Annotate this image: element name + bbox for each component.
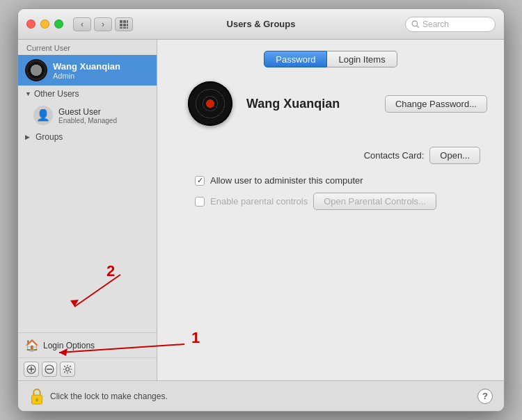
parental-checkbox[interactable]: [195, 197, 205, 207]
groups-triangle-icon: ▶: [25, 134, 30, 140]
triangle-icon: ▼: [25, 90, 31, 97]
checkmark-icon: ✓: [197, 176, 203, 185]
login-options-item[interactable]: 🏠 Login Options: [18, 332, 157, 357]
svg-rect-4: [123, 24, 126, 26]
svg-rect-0: [120, 20, 122, 23]
svg-rect-5: [127, 24, 128, 26]
contacts-card-label: Contacts Card:: [364, 150, 425, 161]
user-header: Wang Xuanqian Change Password...: [174, 81, 487, 126]
admin-checkbox-label: Allow user to administer this computer: [210, 175, 363, 186]
guest-user-avatar: 👤: [33, 106, 53, 125]
groups-label: Groups: [35, 132, 63, 142]
guest-user-name: Guest User: [58, 107, 117, 117]
tab-bar: Password Login Items: [174, 51, 487, 67]
lock-text: Click the lock to make changes.: [50, 391, 168, 401]
forward-button[interactable]: ›: [94, 17, 112, 31]
current-user-avatar: [25, 59, 47, 81]
parental-checkbox-row: Enable parental controls Open Parental C…: [174, 193, 487, 210]
current-user-label: Current User: [18, 40, 157, 55]
grid-button[interactable]: [115, 17, 133, 31]
contacts-row: Contacts Card: Open...: [174, 147, 487, 164]
tab-password[interactable]: Password: [264, 51, 327, 67]
parental-checkbox-label: Enable parental controls: [210, 196, 308, 207]
admin-checkbox-row: ✓ Allow user to administer this computer: [174, 175, 487, 186]
person-icon: 👤: [36, 110, 50, 121]
svg-point-16: [66, 368, 70, 371]
search-box[interactable]: Search: [405, 17, 496, 32]
lock-area[interactable]: Click the lock to make changes.: [29, 387, 168, 405]
house-icon: 🏠: [25, 339, 39, 352]
tab-login-items[interactable]: Login Items: [327, 51, 397, 67]
svg-rect-1: [123, 20, 126, 23]
minimize-button[interactable]: [40, 19, 49, 29]
guest-user-item[interactable]: 👤 Guest User Enabled, Managed: [18, 102, 157, 129]
other-users-label: Other Users: [34, 89, 79, 99]
svg-line-10: [417, 25, 419, 27]
admin-checkbox[interactable]: ✓: [195, 176, 205, 186]
maximize-button[interactable]: [54, 19, 63, 29]
open-parental-controls-button[interactable]: Open Parental Controls...: [313, 193, 436, 210]
user-display-name: Wang Xuanqian: [246, 97, 385, 111]
user-avatar-large: [188, 81, 232, 126]
other-users-header[interactable]: ▼ Other Users: [18, 86, 157, 102]
search-icon: [411, 20, 420, 29]
close-button[interactable]: [26, 19, 35, 29]
svg-rect-3: [120, 24, 122, 26]
search-placeholder: Search: [422, 19, 449, 29]
svg-rect-2: [127, 20, 128, 23]
svg-rect-7: [123, 27, 126, 29]
change-password-button[interactable]: Change Password...: [385, 95, 487, 113]
groups-item[interactable]: ▶ Groups: [18, 129, 157, 145]
settings-button[interactable]: [60, 362, 75, 377]
login-options-label: Login Options: [43, 341, 95, 350]
lock-icon: [29, 387, 45, 405]
window-title: Users & Groups: [227, 19, 296, 29]
svg-rect-8: [127, 27, 128, 29]
back-button[interactable]: ‹: [73, 17, 91, 31]
open-contacts-button[interactable]: Open...: [429, 147, 480, 164]
svg-rect-18: [35, 398, 38, 401]
svg-rect-6: [120, 27, 122, 29]
add-user-button[interactable]: [24, 362, 39, 377]
help-button[interactable]: ?: [477, 389, 493, 404]
remove-user-button[interactable]: [42, 362, 57, 377]
current-user-name: Wang Xuanqian: [53, 61, 120, 72]
current-user-item[interactable]: Wang Xuanqian Admin: [18, 55, 157, 86]
current-user-role: Admin: [53, 72, 120, 80]
guest-user-status: Enabled, Managed: [58, 117, 117, 124]
